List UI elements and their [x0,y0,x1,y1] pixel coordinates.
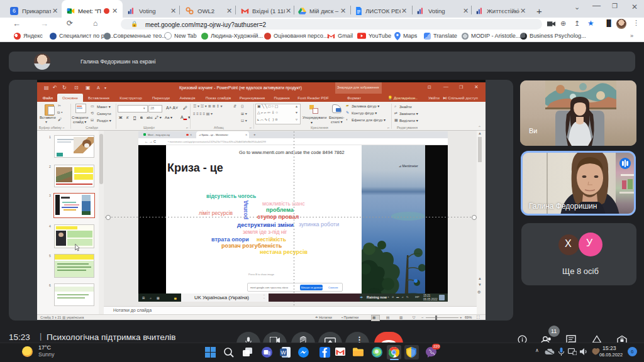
svg-text:W: W [280,349,286,356]
